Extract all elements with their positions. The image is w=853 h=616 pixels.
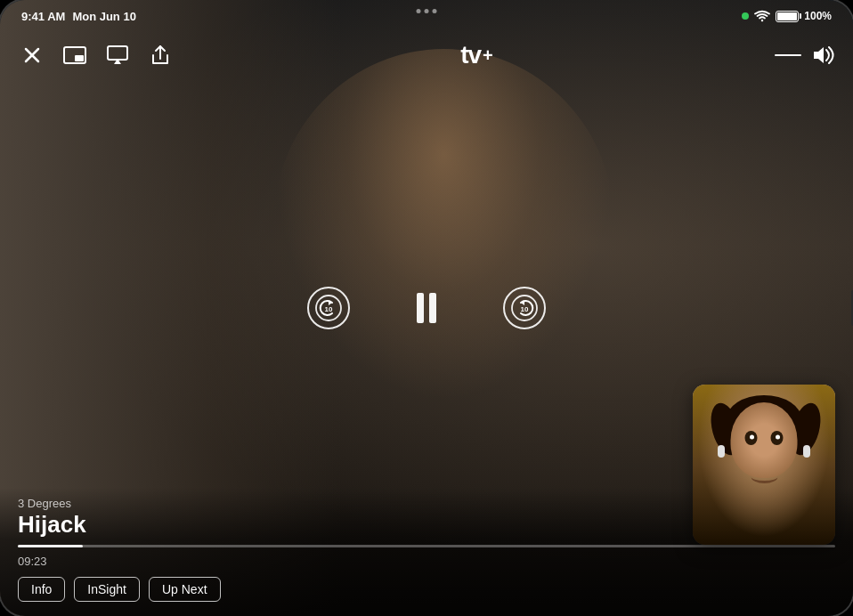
date-display: Mon Jun 10	[72, 10, 136, 23]
status-bar-right: 100%	[742, 10, 832, 22]
svg-text:10: 10	[521, 305, 529, 313]
volume-line	[775, 54, 801, 56]
center-controls: 10 10	[307, 285, 546, 331]
status-bar-left: 9:41 AM Mon Jun 10	[21, 10, 136, 23]
volume-icon[interactable]	[810, 45, 835, 65]
progress-fill	[18, 545, 83, 547]
wifi-icon	[754, 10, 770, 22]
battery-fill	[777, 12, 797, 20]
svg-point-12	[776, 435, 780, 440]
facetime-overlay[interactable]	[693, 385, 835, 545]
airplay-button[interactable]	[103, 41, 132, 69]
battery-pct: 100%	[804, 10, 832, 22]
time-display: 9:41 AM	[21, 10, 65, 23]
forward-button[interactable]: 10	[503, 287, 546, 329]
tv-text: tv	[460, 41, 481, 69]
earbud-left	[718, 445, 725, 458]
volume-area	[775, 45, 835, 65]
screen-share-icon	[742, 12, 749, 20]
battery-icon	[776, 11, 799, 22]
facetime-person	[693, 385, 835, 545]
person-silhouette	[273, 49, 614, 400]
svg-rect-3	[75, 55, 84, 61]
close-button[interactable]	[18, 41, 46, 69]
bottom-buttons: Info InSight Up Next	[18, 577, 835, 602]
earbud-right	[803, 445, 810, 458]
svg-text:10: 10	[325, 305, 333, 313]
share-button[interactable]	[146, 41, 175, 69]
pause-bar-left	[417, 293, 424, 323]
top-left-controls	[18, 41, 175, 69]
smile	[751, 470, 777, 483]
rewind-button[interactable]: 10	[307, 287, 350, 329]
progress-bar[interactable]	[18, 545, 835, 547]
insight-button[interactable]: InSight	[74, 577, 140, 602]
time-display: 09:23	[18, 555, 835, 568]
svg-rect-4	[108, 46, 127, 60]
status-bar: 9:41 AM Mon Jun 10 100%	[0, 0, 853, 32]
apple-tv-logo: tv +	[457, 41, 492, 69]
svg-point-11	[750, 435, 754, 440]
info-button[interactable]: Info	[18, 577, 65, 602]
up-next-button[interactable]: Up Next	[149, 577, 221, 602]
pause-button[interactable]	[403, 285, 450, 331]
pip-button[interactable]	[61, 41, 89, 69]
ipad-frame: 9:41 AM Mon Jun 10 100%	[0, 0, 853, 616]
top-controls: tv +	[0, 34, 853, 77]
pause-bar-right	[429, 293, 436, 323]
plus-text: +	[483, 45, 492, 66]
face	[731, 402, 798, 478]
